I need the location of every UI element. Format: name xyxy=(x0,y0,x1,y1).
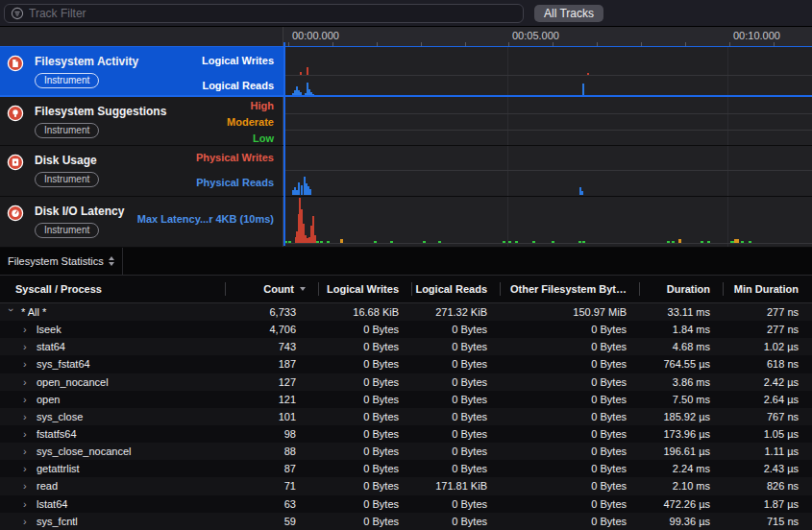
track-row-filesystem-activity[interactable]: Filesystem Activity Instrument Logical W… xyxy=(0,46,812,97)
table-row[interactable]: ›sys_fcntl590 Bytes0 Bytes0 Bytes99.36 µ… xyxy=(0,513,812,530)
table-cell: ›sys_fstat64 xyxy=(0,358,226,370)
latency-bar xyxy=(508,241,511,243)
track-chart-disk-usage[interactable] xyxy=(283,146,812,196)
filter-icon xyxy=(11,7,24,20)
expand-chevron-icon[interactable]: › xyxy=(23,480,31,492)
expand-chevron-icon[interactable]: › xyxy=(23,516,31,527)
instrument-badge: Instrument xyxy=(35,172,99,187)
latency-bar xyxy=(707,241,710,243)
collapse-chevron-icon[interactable]: › xyxy=(6,308,17,316)
table-row[interactable]: ›fstatfs64980 Bytes0 Bytes0 Bytes173.96 … xyxy=(0,425,812,443)
table-cell: 101 xyxy=(226,411,319,422)
table-cell: 98 xyxy=(226,428,319,440)
track-label[interactable]: Disk Usage Instrument Physical Writes Ph… xyxy=(0,146,283,196)
expand-chevron-icon[interactable]: › xyxy=(23,358,31,370)
track-row-disk-io-latency[interactable]: Disk I/O Latency Instrument Max Latency.… xyxy=(0,197,812,248)
table-row[interactable]: ›stat647430 Bytes0 Bytes0 Bytes4.68 ms1.… xyxy=(0,338,812,355)
table-cell: 0 Bytes xyxy=(501,428,640,440)
table-row[interactable]: ›open1210 Bytes0 Bytes0 Bytes7.50 ms2.64… xyxy=(0,391,812,408)
series-label-physical-reads: Physical Reads xyxy=(196,177,274,188)
track-label[interactable]: Disk I/O Latency Instrument Max Latency.… xyxy=(0,197,283,247)
time-ruler[interactable]: 00:00.00000:05.00000:10.000 xyxy=(283,27,812,46)
logical-writes-bar xyxy=(587,73,589,75)
latency-bar xyxy=(503,241,505,243)
table-cell: 1.84 ms xyxy=(640,324,724,335)
latency-bar xyxy=(327,241,330,243)
table-cell: 3.86 ms xyxy=(640,376,724,388)
ruler-spacer xyxy=(0,27,283,46)
latency-bar xyxy=(749,241,751,243)
column-header-count[interactable]: Count xyxy=(226,276,319,302)
table-cell: 0 Bytes xyxy=(319,341,412,352)
expand-chevron-icon[interactable]: › xyxy=(23,446,31,457)
track-chart-filesystem-suggestions[interactable] xyxy=(283,97,812,145)
table-cell: 16.68 KiB xyxy=(319,306,412,318)
all-tracks-button[interactable]: All Tracks xyxy=(534,5,603,22)
physical-reads-bar xyxy=(309,189,311,195)
latency-bar xyxy=(582,241,585,243)
detail-view-selector[interactable]: Filesystem Statistics xyxy=(0,248,122,275)
column-header-other-filesystem-bytes[interactable]: Other Filesystem Byt… xyxy=(501,276,640,302)
track-row-disk-usage[interactable]: Disk Usage Instrument Physical Writes Ph… xyxy=(0,146,812,197)
track-chart-disk-io-latency[interactable] xyxy=(283,197,812,247)
table-row[interactable]: ›read710 Bytes171.81 KiB0 Bytes2.10 ms82… xyxy=(0,477,812,494)
table-row[interactable]: ›open_nocancel1270 Bytes0 Bytes0 Bytes3.… xyxy=(0,373,812,391)
column-header-logical-reads[interactable]: Logical Reads xyxy=(412,276,501,302)
table-cell: 173.96 µs xyxy=(640,428,724,440)
selector-updown-icon xyxy=(109,256,114,266)
expand-chevron-icon[interactable]: › xyxy=(23,376,31,388)
expand-chevron-icon[interactable]: › xyxy=(23,411,31,422)
physical-reads-bar xyxy=(581,191,583,195)
instrument-badge: Instrument xyxy=(35,73,99,88)
logical-reads-bar xyxy=(582,84,584,95)
table-cell: 0 Bytes xyxy=(501,498,640,510)
table-cell: 87 xyxy=(226,463,319,474)
expand-chevron-icon[interactable]: › xyxy=(23,428,31,440)
table-row[interactable]: ›sys_fstat641870 Bytes0 Bytes0 Bytes764.… xyxy=(0,355,812,373)
table-cell: ›* All * xyxy=(0,306,226,318)
table-cell: 0 Bytes xyxy=(412,376,501,388)
table-cell: 0 Bytes xyxy=(501,341,640,352)
table-row[interactable]: ›getattrlist870 Bytes0 Bytes0 Bytes2.24 … xyxy=(0,460,812,477)
track-row-filesystem-suggestions[interactable]: Filesystem Suggestions Instrument High M… xyxy=(0,97,812,146)
table-cell: 63 xyxy=(226,498,319,510)
table-cell: 0 Bytes xyxy=(412,324,501,335)
column-header-logical-writes[interactable]: Logical Writes xyxy=(319,276,412,302)
table-row[interactable]: ›* All *6,73316.68 KiB271.32 KiB150.97 M… xyxy=(0,303,812,321)
column-header-syscall-process[interactable]: Syscall / Process xyxy=(0,276,226,302)
track-filter-field[interactable] xyxy=(4,4,524,23)
syscall-name: getattrlist xyxy=(37,463,80,474)
latency-bar xyxy=(678,239,681,243)
table-cell: 743 xyxy=(226,341,319,352)
table-cell: 0 Bytes xyxy=(412,446,501,457)
table-row[interactable]: ›lstat64630 Bytes0 Bytes0 Bytes472.26 µs… xyxy=(0,495,812,513)
playhead[interactable] xyxy=(283,42,285,246)
table-row[interactable]: ›lseek4,7060 Bytes0 Bytes0 Bytes1.84 ms2… xyxy=(0,321,812,338)
expand-chevron-icon[interactable]: › xyxy=(23,324,31,335)
track-filter-input[interactable] xyxy=(29,7,517,20)
table-cell: 0 Bytes xyxy=(319,463,412,474)
lightbulb-icon xyxy=(7,105,24,122)
table-cell: 0 Bytes xyxy=(501,324,640,335)
syscall-name: read xyxy=(37,480,58,492)
table-cell: 1.02 µs xyxy=(724,341,812,352)
series-label-logical-writes: Logical Writes xyxy=(202,55,274,66)
table-row[interactable]: ›sys_close_nocancel880 Bytes0 Bytes0 Byt… xyxy=(0,443,812,460)
expand-chevron-icon[interactable]: › xyxy=(23,498,31,510)
table-cell: 71 xyxy=(226,480,319,492)
table-cell: 0 Bytes xyxy=(501,446,640,457)
detail-view-label: Filesystem Statistics xyxy=(8,255,104,267)
column-header-duration[interactable]: Duration xyxy=(640,276,724,302)
table-row[interactable]: ›sys_close1010 Bytes0 Bytes0 Bytes185.92… xyxy=(0,408,812,425)
expand-chevron-icon[interactable]: › xyxy=(23,463,31,474)
table-cell: ›sys_close_nocancel xyxy=(0,446,226,457)
column-header-min-duration[interactable]: Min Duration xyxy=(724,276,812,302)
syscall-name: sys_close_nocancel xyxy=(37,446,131,457)
expand-chevron-icon[interactable]: › xyxy=(23,394,31,405)
table-cell: ›lseek xyxy=(0,324,226,335)
track-label[interactable]: Filesystem Suggestions Instrument High M… xyxy=(0,97,283,145)
expand-chevron-icon[interactable]: › xyxy=(23,341,31,352)
track-label[interactable]: Filesystem Activity Instrument Logical W… xyxy=(0,47,283,95)
track-chart-filesystem-activity[interactable] xyxy=(283,47,812,95)
table-cell: 0 Bytes xyxy=(501,394,640,405)
